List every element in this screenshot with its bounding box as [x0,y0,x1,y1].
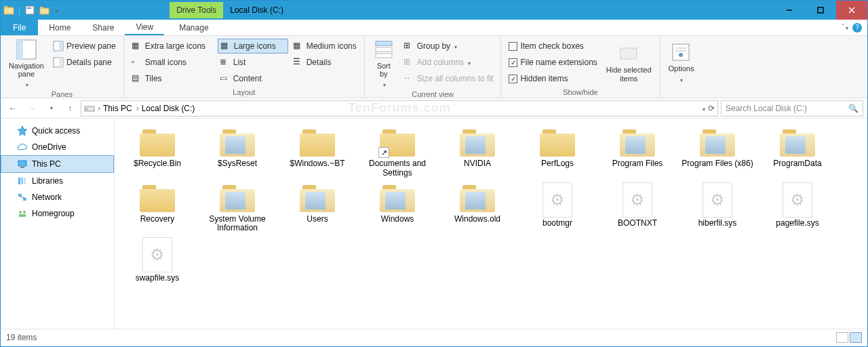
maximize-button[interactable] [805,1,836,20]
file-item[interactable]: swapfile.sys [120,237,195,283]
file-item[interactable]: Recovery [120,182,195,234]
group-by-button[interactable]: ⊞Group by [401,39,496,54]
sidebar-item-network[interactable]: Network [1,189,114,205]
help-icon[interactable]: ? [852,23,862,33]
svg-rect-25 [86,108,87,110]
svg-point-36 [23,211,26,213]
file-item[interactable]: pagefile.sys [760,182,835,234]
sort-by-button[interactable]: Sort by [370,39,397,89]
file-item[interactable]: PerfLogs [520,127,595,178]
search-icon: 🔍 [848,104,859,113]
drive-tools-tab[interactable]: Drive Tools [170,2,223,18]
history-dropdown[interactable] [43,100,59,117]
ribbon-collapse-icon[interactable]: ˆ [842,24,848,31]
panes-group-label: Panes [6,89,118,100]
item-count: 19 items [6,333,37,342]
sidebar-item-libraries[interactable]: Libraries [1,173,114,189]
file-item[interactable]: $Recycle.Bin [120,127,195,178]
file-item[interactable]: Windows.old [440,182,515,234]
file-list[interactable]: $Recycle.Bin$SysReset$Windows.~BT↗Docume… [115,119,867,329]
svg-rect-5 [40,7,43,9]
file-item[interactable]: ↗Documents and Settings [360,127,435,178]
details-pane-button[interactable]: Details pane [51,55,118,70]
address-bar[interactable]: › This PC› Local Disk (C:) TenForums.com… [81,100,718,117]
folder-icon [138,127,176,158]
file-item[interactable]: System Volume Information [200,182,275,234]
file-item[interactable]: bootmgr [520,182,595,234]
net-icon [17,192,28,203]
share-tab[interactable]: Share [81,20,125,35]
system-file-icon [542,182,572,218]
svg-rect-29 [18,178,20,184]
icons-view-button[interactable] [850,332,862,343]
navigation-row: ← → ↑ › This PC› Local Disk (C:) TenForu… [1,98,867,119]
svg-rect-28 [20,167,24,168]
close-button[interactable] [836,1,867,20]
sidebar-item-this-pc[interactable]: This PC [1,155,114,173]
file-item[interactable]: Program Files (x86) [680,127,755,178]
content-button[interactable]: ▭Content [218,71,288,86]
extra-large-icons-button[interactable]: ▦Extra large icons [130,39,215,54]
file-label: $SysReset [218,159,257,169]
file-item[interactable]: NVIDIA [440,127,515,178]
sidebar-item-quick-access[interactable]: Quick access [1,123,114,139]
sidebar-item-label: Quick access [32,126,80,136]
navigation-pane-button[interactable]: Navigation pane [6,39,47,89]
hidden-items-toggle[interactable]: Hidden items [507,71,599,86]
file-item[interactable]: $SysReset [200,127,275,178]
up-button[interactable]: ↑ [62,100,78,117]
window-title: Local Disk (C:) [223,5,290,15]
file-tab[interactable]: File [1,20,38,35]
preview-pane-button[interactable]: Preview pane [51,39,118,54]
small-icons-button[interactable]: ▫Small icons [130,55,215,70]
breadcrumb-drive[interactable]: Local Disk (C:) [142,104,195,113]
main-area: Quick accessOneDriveThis PCLibrariesNetw… [1,119,867,329]
home-tab[interactable]: Home [38,20,81,35]
list-button[interactable]: ≣List [218,55,288,70]
back-button[interactable]: ← [5,100,21,117]
medium-icons-button[interactable]: ▦Medium icons [291,39,359,54]
svg-point-23 [679,53,683,57]
svg-rect-7 [818,7,823,13]
file-item[interactable]: Windows [360,182,435,234]
add-columns-button: ⊞Add columns [401,55,496,70]
svg-rect-15 [59,58,63,67]
file-item[interactable]: Program Files [600,127,675,178]
show-hide-group: Item check boxes File name extensions Hi… [501,36,660,98]
breadcrumb-this-pc[interactable]: This PC› [103,104,139,113]
file-label: BOOTNXT [618,219,657,228]
search-box[interactable]: Search Local Disk (C:) 🔍 [721,100,863,117]
file-name-extensions-toggle[interactable]: File name extensions [507,55,599,70]
details-view-button[interactable] [836,332,848,343]
folder-icon [618,127,656,158]
refresh-icon[interactable]: ⟳ [708,104,715,113]
sidebar-item-homegroup[interactable]: Homegroup [1,205,114,222]
svg-rect-18 [376,54,392,58]
new-folder-icon[interactable] [39,5,50,16]
qat-dropdown-icon[interactable] [54,5,58,15]
properties-icon[interactable] [24,5,35,16]
svg-rect-32 [18,194,22,197]
file-item[interactable]: Users [280,182,355,234]
folder-icon [138,182,176,213]
forward-button[interactable]: → [24,100,40,117]
explorer-icon [3,5,14,16]
tiles-button[interactable]: ▤Tiles [130,71,215,86]
file-item[interactable]: BOOTNXT [600,182,675,234]
manage-tab[interactable]: Manage [168,20,219,35]
view-tab[interactable]: View [125,20,164,35]
details-button[interactable]: ☰Details [291,55,334,70]
layout-group-label: Layout [130,87,359,98]
file-item[interactable]: $Windows.~BT [280,127,355,178]
sidebar-item-onedrive[interactable]: OneDrive [1,139,114,155]
panes-group: Navigation pane Preview pane Details pan… [1,36,124,98]
file-item[interactable]: ProgramData [760,127,835,178]
file-item[interactable]: hiberfil.sys [680,182,755,234]
large-icons-button[interactable]: ▦Large icons [218,39,288,54]
item-check-boxes-toggle[interactable]: Item check boxes [507,39,599,54]
options-button[interactable]: Options [666,39,697,87]
layout-group: ▦Extra large icons ▦Large icons ▦Medium … [124,36,365,98]
system-file-icon [142,237,172,272]
address-dropdown-icon[interactable] [701,104,705,113]
minimize-button[interactable] [774,1,805,20]
